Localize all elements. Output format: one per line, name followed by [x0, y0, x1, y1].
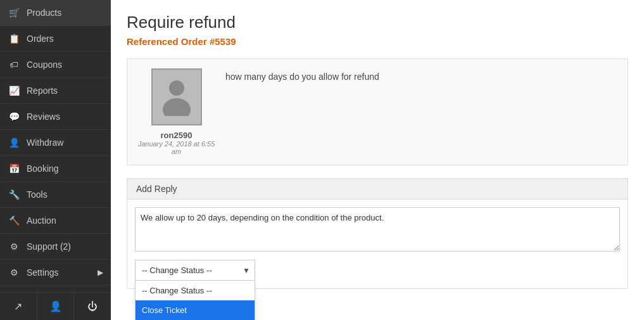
- reports-icon: 📈: [8, 84, 20, 97]
- reviews-icon: 💬: [8, 110, 20, 123]
- user-icon: 👤: [49, 300, 62, 312]
- message-card: ron2590 January 24, 2018 at 6:55 am how …: [127, 58, 628, 165]
- sidebar-label-orders: Orders: [27, 34, 54, 44]
- sidebar-label-reports: Reports: [27, 86, 58, 96]
- orders-icon: 📋: [8, 32, 20, 45]
- svg-point-0: [169, 80, 184, 96]
- avatar-silhouette: [161, 78, 193, 116]
- avatar-section: ron2590 January 24, 2018 at 6:55 am: [137, 68, 225, 155]
- sidebar-label-tools: Tools: [27, 189, 47, 200]
- dropdown-option-change-status[interactable]: -- Change Status --: [136, 281, 255, 300]
- sidebar-external-link[interactable]: ↗: [0, 293, 37, 320]
- reply-body: -- Change Status -- Close Ticket ▼ -- Ch…: [127, 200, 628, 288]
- booking-icon: 📅: [8, 162, 20, 175]
- auction-icon: 🔨: [8, 214, 20, 227]
- sidebar-label-coupons: Coupons: [27, 60, 62, 70]
- dropdown-option-close-ticket[interactable]: Close Ticket: [136, 300, 255, 320]
- sidebar-item-orders[interactable]: 📋 Orders: [0, 26, 111, 52]
- sidebar-item-tools[interactable]: 🔧 Tools: [0, 182, 111, 208]
- sidebar-user-button[interactable]: 👤: [37, 293, 75, 320]
- order-reference: Referenced Order #5539: [127, 36, 628, 47]
- message-content: how many days do you allow for refund: [225, 68, 618, 155]
- sidebar-label-withdraw: Withdraw: [27, 138, 63, 148]
- sidebar-item-reports[interactable]: 📈 Reports: [0, 78, 111, 104]
- reply-header: Add Reply: [127, 179, 628, 200]
- sidebar-item-settings[interactable]: ⚙ Settings ▶: [0, 260, 111, 286]
- tools-icon: 🔧: [8, 188, 20, 201]
- message-username: ron2590: [161, 131, 193, 140]
- reply-textarea[interactable]: [135, 207, 620, 252]
- sidebar-label-support: Support (2): [27, 241, 71, 252]
- support-icon: ⚙: [8, 240, 20, 253]
- sidebar-item-coupons[interactable]: 🏷 Coupons: [0, 52, 111, 78]
- power-icon: ⏻: [87, 301, 98, 312]
- sidebar-power-button[interactable]: ⏻: [74, 293, 111, 320]
- main-content: Require refund Referenced Order #5539 ro…: [111, 0, 644, 320]
- reply-section: Add Reply -- Change Status -- Close Tick…: [127, 178, 628, 289]
- sidebar-item-support[interactable]: ⚙ Support (2): [0, 234, 111, 260]
- status-dropdown-container: -- Change Status -- Close Ticket ▼ -- Ch…: [135, 260, 255, 281]
- sidebar: 🛒 Products 📋 Orders 🏷 Coupons 📈 Reports …: [0, 0, 111, 320]
- sidebar-item-auction[interactable]: 🔨 Auction: [0, 208, 111, 234]
- sidebar-item-withdraw[interactable]: 👤 Withdraw: [0, 130, 111, 156]
- external-link-icon: ↗: [14, 300, 22, 312]
- withdraw-icon: 👤: [8, 136, 20, 149]
- sidebar-item-reviews[interactable]: 💬 Reviews: [0, 104, 111, 130]
- sidebar-label-products: Products: [27, 8, 61, 18]
- sidebar-label-reviews: Reviews: [27, 112, 60, 122]
- page-title: Require refund: [127, 13, 628, 32]
- avatar: [151, 68, 202, 125]
- products-icon: 🛒: [8, 6, 20, 19]
- coupons-icon: 🏷: [8, 58, 20, 71]
- settings-icon: ⚙: [8, 266, 20, 279]
- sidebar-label-booking: Booking: [27, 163, 59, 174]
- svg-point-1: [163, 98, 191, 116]
- sidebar-item-products[interactable]: 🛒 Products: [0, 0, 111, 26]
- sidebar-label-settings: Settings: [27, 267, 59, 278]
- sidebar-item-booking[interactable]: 📅 Booking: [0, 156, 111, 182]
- status-select[interactable]: -- Change Status -- Close Ticket: [135, 260, 255, 281]
- message-timestamp: January 24, 2018 at 6:55 am: [137, 140, 216, 155]
- dropdown-open-menu: -- Change Status -- Close Ticket: [135, 281, 255, 320]
- sidebar-bottom-bar: ↗ 👤 ⏻: [0, 292, 111, 320]
- settings-arrow: ▶: [98, 268, 103, 277]
- sidebar-label-auction: Auction: [27, 215, 56, 226]
